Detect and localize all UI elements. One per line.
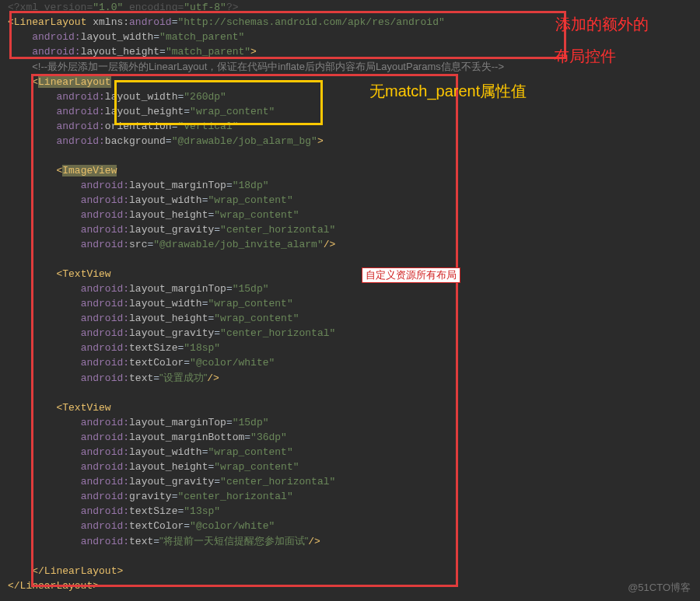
code-block: <?xml version="1.0" encoding="utf-8"?> <… — [0, 0, 700, 593]
xml-comment: <!--最外层添加一层额外的LinearLayout，保证在代码中inflate… — [32, 61, 504, 72]
